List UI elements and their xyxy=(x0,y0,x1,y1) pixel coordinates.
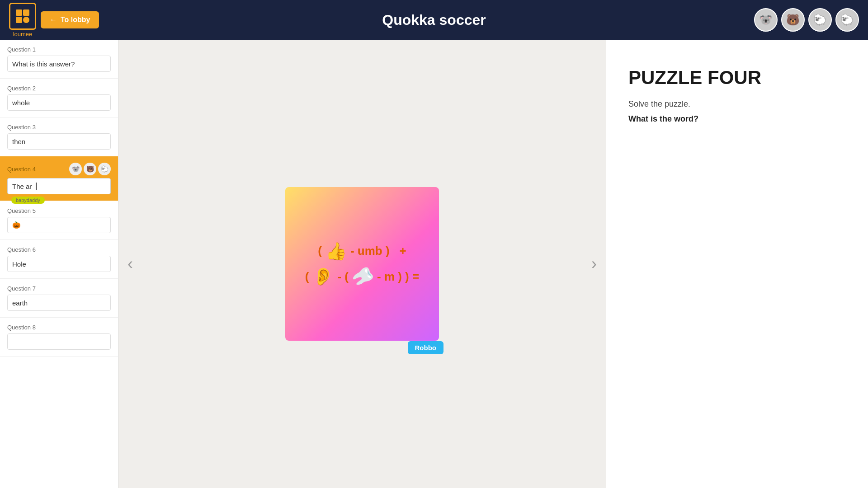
q5-label: Question 5 xyxy=(7,207,111,214)
puzzle-description: Solve the puzzle. xyxy=(628,99,845,109)
puzzle-gradient-box: ( 👍 - umb ) + ( 👂 - ( 🦷 - m ) ) = Robb xyxy=(285,187,439,341)
to-lobby-button[interactable]: ← To lobby xyxy=(41,11,99,28)
svg-rect-1 xyxy=(23,9,29,16)
svg-point-3 xyxy=(23,17,29,23)
svg-rect-2 xyxy=(16,17,22,23)
avatar-2: 🐻 xyxy=(781,8,805,32)
q2-label: Question 2 xyxy=(7,85,111,92)
q2-answer: whole xyxy=(7,94,111,111)
equation-line-1: ( 👍 - umb ) + xyxy=(318,240,406,262)
logo-wrapper: loumee xyxy=(9,3,36,38)
avatar-1: 🐨 xyxy=(754,8,778,32)
logo-icon xyxy=(9,3,36,30)
puzzle-equation: ( 👍 - umb ) + ( 👂 - ( 🦷 - m ) ) = xyxy=(305,240,419,287)
q8-label: Question 8 xyxy=(7,324,111,331)
q4-user-avatar-1: 🐨 xyxy=(69,163,82,175)
q3-answer: then xyxy=(7,133,111,150)
q7-label: Question 7 xyxy=(7,285,111,292)
header: loumee ← To lobby Quokka soccer 🐨 🐻 🐑 🐑 xyxy=(0,0,868,40)
boomerang-emoji: 🦷 xyxy=(350,263,375,291)
main-layout: Question 1 What is this answer? Question… xyxy=(0,40,868,488)
arrow-left-icon: ← xyxy=(50,16,57,24)
svg-rect-0 xyxy=(16,9,22,16)
q1-answer: What is this answer? xyxy=(7,56,111,72)
ear-emoji: 👂 xyxy=(312,268,334,285)
text-cursor xyxy=(36,183,37,190)
q4-user-avatar-3: 🐑 xyxy=(98,163,111,175)
q5-answer: 🎃 xyxy=(7,217,111,233)
q1-label: Question 1 xyxy=(7,46,111,53)
q4-user-avatar-2: 🐻 xyxy=(84,163,96,175)
logo-area: loumee ← To lobby xyxy=(9,3,127,38)
avatar-4: 🐑 xyxy=(835,8,859,32)
avatar-group: 🐨 🐻 🐑 🐑 xyxy=(754,8,859,32)
question-item-2[interactable]: Question 2 whole xyxy=(0,79,118,117)
question-item-5[interactable]: Question 5 🎃 xyxy=(0,201,118,240)
question-item-3[interactable]: Question 3 then xyxy=(0,117,118,156)
q6-answer: Hole xyxy=(7,256,111,272)
question-item-1[interactable]: Question 1 What is this answer? xyxy=(0,40,118,79)
puzzle-section-title: PUZZLE FOUR xyxy=(628,67,845,89)
tooltip-badge: babydaddy xyxy=(11,197,45,204)
q7-answer: earth xyxy=(7,295,111,311)
center-area: ‹ ( 👍 - umb ) + ( 👂 - ( xyxy=(118,40,606,488)
thumb-emoji: 👍 xyxy=(326,243,347,260)
nav-prev-button[interactable]: ‹ xyxy=(123,250,137,278)
q4-answer[interactable]: The ar babydaddy xyxy=(7,178,111,194)
robbo-badge: Robbo xyxy=(408,341,443,354)
page-title: Quokka soccer xyxy=(382,12,486,28)
logo-text: loumee xyxy=(13,31,33,38)
q3-label: Question 3 xyxy=(7,124,111,131)
question-item-6[interactable]: Question 6 Hole xyxy=(0,240,118,279)
equation-line-2: ( 👂 - ( 🦷 - m ) ) = xyxy=(305,266,419,287)
question-item-4[interactable]: Question 4 🐨 🐻 🐑 The ar babydaddy xyxy=(0,156,118,201)
right-panel: PUZZLE FOUR Solve the puzzle. What is th… xyxy=(606,40,868,488)
q6-label: Question 6 xyxy=(7,246,111,253)
puzzle-question-text: What is the word? xyxy=(628,114,845,124)
to-lobby-label: To lobby xyxy=(61,16,90,24)
avatar-3: 🐑 xyxy=(808,8,832,32)
q8-answer xyxy=(7,333,111,350)
q4-label: Question 4 🐨 🐻 🐑 xyxy=(7,163,111,175)
nav-next-button[interactable]: › xyxy=(587,250,601,278)
question-item-8[interactable]: Question 8 xyxy=(0,318,118,357)
question-item-7[interactable]: Question 7 earth xyxy=(0,279,118,318)
puzzle-image-area: ( 👍 - umb ) + ( 👂 - ( 🦷 - m ) ) = Robb xyxy=(240,128,484,399)
sidebar: Question 1 What is this answer? Question… xyxy=(0,40,118,488)
